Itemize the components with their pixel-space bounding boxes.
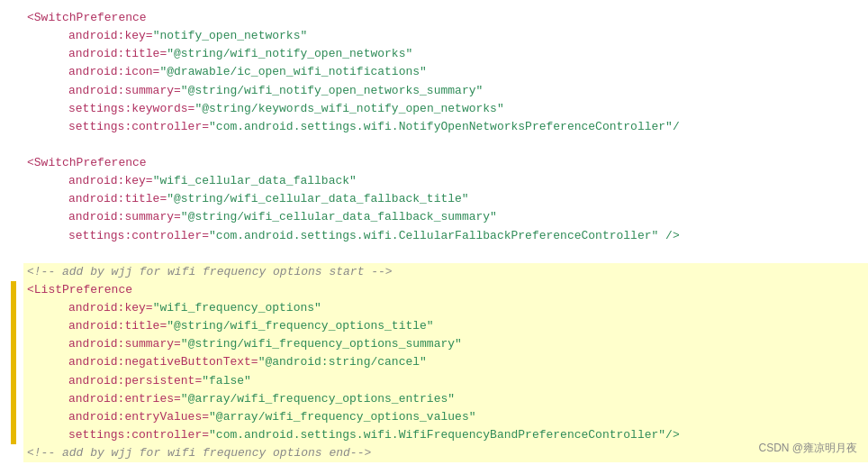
code-token-attr: android:key= (68, 29, 153, 42)
yellow-bar-indicator (11, 372, 16, 390)
code-line: android:summary="@string/wifi_frequency_… (23, 335, 868, 353)
line-text: <!-- add by wjj for wifi frequency optio… (27, 444, 371, 462)
line-text: android:key="wifi_cellular_data_fallback… (68, 172, 357, 190)
code-line: settings:keywords="@string/keywords_wifi… (23, 100, 868, 118)
code-token-value: "@drawable/ic_open_wifi_notifications" (159, 65, 426, 78)
code-token-attr: android:key= (68, 174, 153, 187)
yellow-bar-indicator (11, 390, 16, 408)
code-line: android:summary="@string/wifi_cellular_d… (23, 208, 868, 226)
code-token-attr: android:icon= (68, 65, 159, 78)
code-token-attr: android:title= (68, 47, 167, 60)
line-text: settings:keywords="@string/keywords_wifi… (68, 100, 504, 118)
line-text: android:summary="@string/wifi_frequency_… (68, 335, 462, 353)
code-token-attr: android:summary= (68, 84, 181, 97)
code-content: <SwitchPreferenceandroid:key="notify_ope… (9, 9, 868, 465)
code-line: <SwitchPreference (23, 154, 868, 172)
code-token-value: "@string/wifi_frequency_options_summary" (181, 337, 462, 351)
code-token-tag: <SwitchPreference (27, 11, 147, 24)
line-text: android:title="@string/wifi_cellular_dat… (68, 190, 469, 208)
code-token-attr: settings:controller= (68, 229, 209, 242)
code-token-value: "notify_open_networks" (153, 29, 308, 42)
code-line: settings:controller="com.android.setting… (23, 227, 868, 245)
code-token-value: "@string/wifi_cellular_data_fallback_sum… (181, 210, 497, 223)
code-token-value: "@array/wifi_frequency_options_values" (209, 410, 475, 424)
code-line: android:negativeButtonText="@android:str… (23, 353, 868, 371)
yellow-bar-indicator (11, 426, 16, 444)
line-text: <ListPreference (27, 281, 132, 299)
code-line: android:title="@string/wifi_cellular_dat… (23, 190, 868, 208)
line-text: android:icon="@drawable/ic_open_wifi_not… (68, 63, 427, 81)
line-text: android:title="@string/wifi_notify_open_… (68, 45, 412, 63)
code-token-tag: <SwitchPreference (27, 156, 147, 169)
code-line: android:summary="@string/wifi_notify_ope… (23, 82, 868, 100)
code-line: android:title="@string/wifi_frequency_op… (23, 317, 868, 335)
line-text: android:entries="@array/wifi_frequency_o… (68, 390, 455, 408)
code-line: android:key="notify_open_networks" (23, 27, 868, 45)
code-line: <ListPreference (23, 281, 868, 299)
code-line: settings:controller="com.android.setting… (23, 426, 868, 444)
yellow-bar-indicator (11, 335, 16, 353)
code-token-attr: android:title= (68, 192, 167, 205)
yellow-bar-indicator (11, 408, 16, 426)
line-text: android:negativeButtonText="@android:str… (68, 353, 427, 371)
line-text: android:entryValues="@array/wifi_frequen… (68, 408, 475, 426)
code-token-attr: android:title= (68, 319, 167, 333)
code-line: android:title="@string/wifi_notify_open_… (23, 45, 868, 63)
code-line: <!-- add by wjj for wifi frequency optio… (23, 444, 868, 462)
yellow-bar-indicator (11, 299, 16, 317)
code-line: android:key="wifi_cellular_data_fallback… (23, 172, 868, 190)
code-token-value: "@string/wifi_cellular_data_fallback_tit… (167, 192, 468, 205)
code-token-value: "@string/keywords_wifi_notify_open_netwo… (194, 102, 503, 115)
line-text: <SwitchPreference (27, 154, 147, 172)
line-text: android:key="notify_open_networks" (68, 27, 307, 45)
code-token-attr: settings:controller= (68, 120, 209, 133)
code-line: android:persistent="false" (23, 372, 868, 390)
code-token-attr: android:negativeButtonText= (68, 355, 258, 369)
code-token-value: "@array/wifi_frequency_options_entries" (181, 392, 455, 406)
code-token-attr: settings:controller= (68, 428, 209, 442)
code-token-attr: android:summary= (68, 210, 181, 223)
line-text: <SwitchPreference (27, 9, 147, 27)
code-token-value: "@string/wifi_frequency_options_title" (167, 319, 433, 333)
line-text: android:persistent="false" (68, 372, 251, 390)
line-text: android:summary="@string/wifi_cellular_d… (68, 208, 497, 226)
code-line: android:icon="@drawable/ic_open_wifi_not… (23, 63, 868, 81)
code-line: android:key="wifi_frequency_options" (23, 299, 868, 317)
code-token-comment: <!-- add by wjj for wifi frequency optio… (27, 265, 393, 278)
code-token-attr: android:summary= (68, 337, 181, 351)
code-token-attr: android:entries= (68, 392, 181, 406)
code-line: android:entryValues="@array/wifi_frequen… (23, 408, 868, 426)
line-text: android:key="wifi_frequency_options" (68, 299, 321, 317)
code-token-value: "wifi_cellular_data_fallback" (153, 174, 357, 187)
code-token-value: "@android:string/cancel" (258, 355, 427, 369)
code-token-value: "com.android.settings.wifi.CellularFallb… (209, 229, 680, 242)
yellow-bar-indicator (11, 353, 16, 371)
code-token-value: "false" (202, 374, 251, 388)
code-line (23, 245, 868, 263)
code-token-attr: settings:keywords= (68, 102, 194, 115)
line-text: settings:controller="com.android.setting… (68, 227, 680, 245)
code-token-attr: android:persistent= (68, 374, 202, 388)
code-line: settings:controller="com.android.setting… (23, 118, 868, 136)
code-token-tag: <ListPreference (27, 283, 132, 296)
line-text: android:summary="@string/wifi_notify_ope… (68, 82, 483, 100)
code-line: <SwitchPreference (23, 9, 868, 27)
code-token-comment: <!-- add by wjj for wifi frequency optio… (27, 446, 371, 460)
line-text: android:title="@string/wifi_frequency_op… (68, 317, 434, 335)
yellow-bar-indicator (11, 281, 16, 299)
code-token-value: "wifi_frequency_options" (153, 301, 321, 315)
code-token-attr: android:key= (68, 301, 153, 315)
code-token-value: "com.android.settings.wifi.WifiFrequency… (209, 428, 680, 442)
code-token-value: "@string/wifi_notify_open_networks_summa… (181, 84, 483, 97)
code-line (23, 136, 868, 154)
code-line: <!-- add by wjj for wifi frequency optio… (23, 263, 868, 281)
watermark: CSDN @雍凉明月夜 (758, 441, 857, 456)
line-text: settings:controller="com.android.setting… (68, 118, 680, 136)
line-text: settings:controller="com.android.setting… (68, 426, 680, 444)
code-editor: <SwitchPreferenceandroid:key="notify_ope… (0, 0, 868, 465)
code-token-value: "@string/wifi_notify_open_networks" (167, 47, 412, 60)
code-token-value: "com.android.settings.wifi.NotifyOpenNet… (209, 120, 680, 133)
line-text: <!-- add by wjj for wifi frequency optio… (27, 263, 393, 281)
code-token-attr: android:entryValues= (68, 410, 209, 424)
yellow-bar-indicator (11, 317, 16, 335)
